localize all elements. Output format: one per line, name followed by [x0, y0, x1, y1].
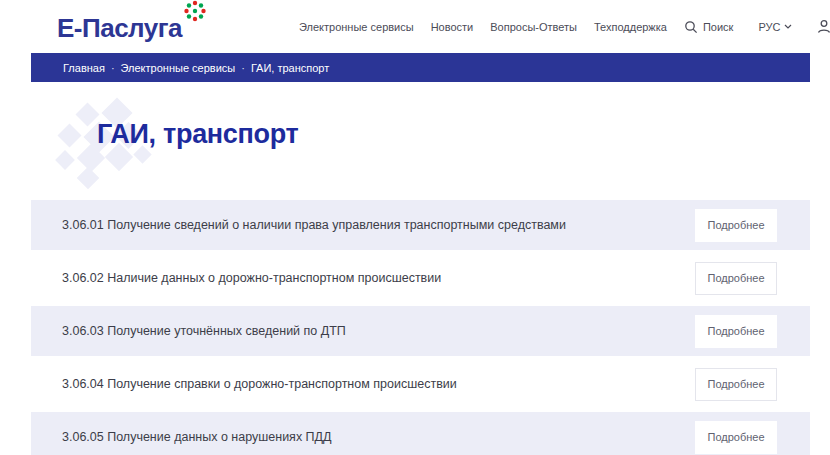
logo-text: Е-Паслуга: [57, 13, 182, 43]
breadcrumb-separator: ·: [111, 62, 115, 74]
search-button[interactable]: Поиск: [684, 20, 733, 34]
nav-tech-support[interactable]: Техподдержка: [594, 21, 667, 33]
diamond-decor: [55, 150, 75, 170]
account-link[interactable]: Личный кабинет: [817, 15, 830, 39]
language-label: РУС: [758, 21, 780, 33]
language-selector[interactable]: РУС: [758, 21, 792, 33]
top-navigation: Электронные сервисы Новости Вопросы-Отве…: [299, 0, 830, 53]
breadcrumb-home[interactable]: Главная: [63, 62, 105, 74]
service-row: 3.06.05 Получение данных о нарушениях ПД…: [31, 412, 810, 455]
service-row: 3.06.03 Получение уточнённых сведений по…: [31, 306, 810, 356]
page: Е-Паслуга Электронные сервисы Новости Во: [0, 0, 830, 455]
breadcrumb: Главная · Электронные сервисы · ГАИ, тра…: [31, 53, 810, 82]
search-icon: [684, 20, 698, 34]
service-title: 3.06.01 Получение сведений о наличии пра…: [62, 218, 566, 232]
logo[interactable]: Е-Паслуга: [57, 13, 182, 44]
diamond-decor: [57, 123, 81, 147]
service-row: 3.06.02 Наличие данных о дорожно-транспо…: [31, 253, 810, 303]
header: Е-Паслуга Электронные сервисы Новости Во: [0, 0, 830, 53]
service-row: 3.06.04 Получение справки о дорожно-тран…: [31, 359, 810, 409]
breadcrumb-separator: ·: [241, 62, 245, 74]
details-button[interactable]: Подробнее: [695, 315, 777, 348]
details-button[interactable]: Подробнее: [695, 421, 777, 454]
search-label: Поиск: [703, 21, 733, 33]
logo-dots-icon: [182, 0, 208, 24]
service-title: 3.06.05 Получение данных о нарушениях ПД…: [62, 430, 332, 444]
page-title: ГАИ, транспорт: [97, 119, 299, 150]
diamond-decor: [77, 167, 100, 190]
user-icon: [817, 19, 830, 34]
breadcrumb-electronic-services[interactable]: Электронные сервисы: [121, 62, 236, 74]
nav-questions-answers[interactable]: Вопросы-Ответы: [490, 21, 577, 33]
details-button[interactable]: Подробнее: [695, 209, 777, 242]
nav-news[interactable]: Новости: [431, 21, 474, 33]
service-row: 3.06.01 Получение сведений о наличии пра…: [31, 200, 810, 250]
service-title: 3.06.02 Наличие данных о дорожно-транспо…: [62, 271, 441, 285]
chevron-down-icon: [784, 24, 792, 29]
service-title: 3.06.03 Получение уточнённых сведений по…: [62, 324, 346, 338]
services-list: 3.06.01 Получение сведений о наличии пра…: [31, 200, 810, 455]
nav-electronic-services[interactable]: Электронные сервисы: [299, 21, 414, 33]
details-button[interactable]: Подробнее: [695, 262, 777, 295]
details-button[interactable]: Подробнее: [695, 368, 777, 401]
service-title: 3.06.04 Получение справки о дорожно-тран…: [62, 377, 457, 391]
breadcrumb-current: ГАИ, транспорт: [251, 62, 329, 74]
